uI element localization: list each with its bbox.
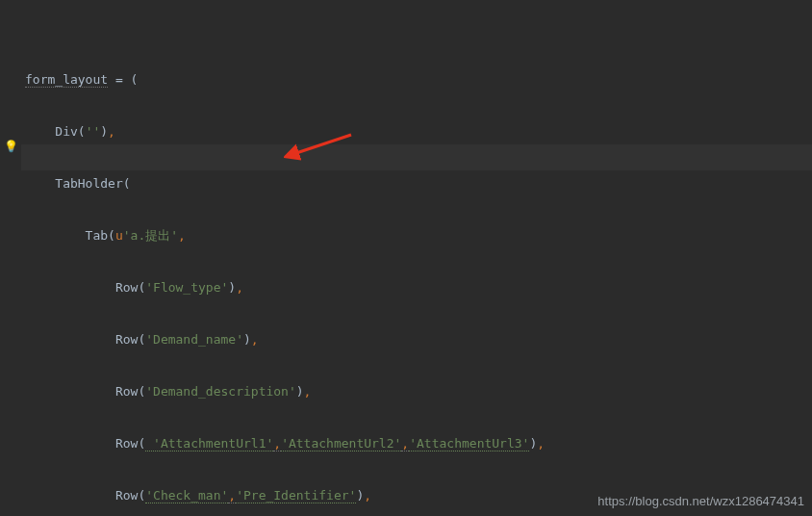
code-line: TabHolder( [25, 170, 670, 196]
code-block[interactable]: form_layout = ( Div(''), TabHolder( Tab(… [25, 40, 670, 516]
code-line: Row( 'AttachmentUrl1','AttachmentUrl2','… [25, 430, 670, 456]
code-line: Row('Demand_description'), [25, 378, 670, 404]
code-line: Tab(u'a.提出', [25, 222, 670, 248]
code-line: Row('Check_man','Pre_Identifier'), [25, 482, 670, 508]
code-line-highlighted: Row('Flow_type'), [25, 274, 670, 300]
code-line: Div(''), [25, 118, 670, 144]
lightbulb-icon[interactable]: 💡 [4, 140, 18, 153]
watermark: https://blog.csdn.net/wzx1286474341 [597, 494, 804, 508]
code-line: Row('Demand_name'), [25, 326, 670, 352]
code-line: form_layout = ( [25, 66, 670, 92]
code-editor[interactable]: { "gutter": { "bulb": "💡" }, "watermark"… [0, 0, 812, 516]
gutter: 💡 [0, 0, 21, 516]
